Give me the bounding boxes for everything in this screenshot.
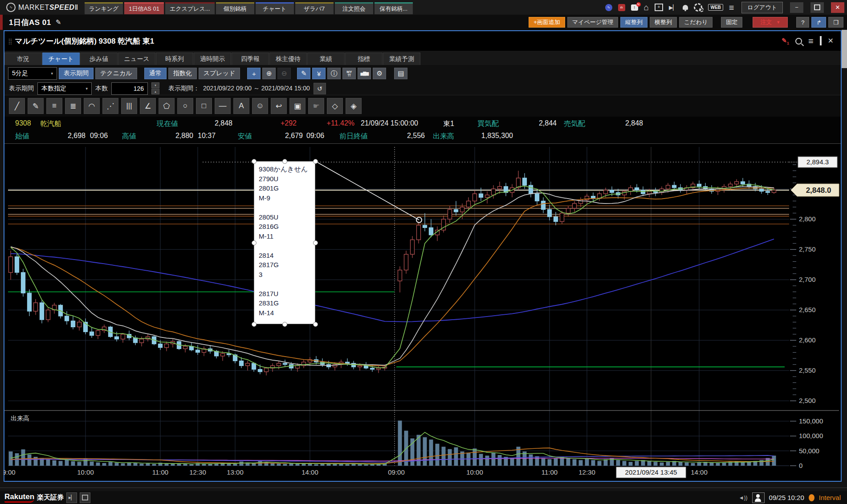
copy-object-tool[interactable]: ▣ [289, 98, 305, 114]
close-button[interactable]: ✕ [831, 2, 844, 13]
layout-panel-button[interactable] [80, 492, 90, 503]
header-button-+画面追加[interactable]: +画面追加 [529, 17, 565, 28]
speaker-icon[interactable]: ◄)) [739, 495, 748, 501]
user-icon[interactable] [752, 492, 765, 503]
pencil-line-tool[interactable]: ✎ [28, 98, 44, 114]
parallel-lines-3-tool[interactable]: ≡ [46, 98, 62, 114]
next-panel-icon[interactable]: ▶▏ [669, 5, 677, 10]
spread-mode-button[interactable]: スプレッド [199, 68, 240, 79]
draw-pencil-button[interactable]: ✎ [297, 68, 310, 79]
angle-fan-tool[interactable]: ∠ [140, 98, 156, 114]
text-tool[interactable]: A [233, 98, 249, 114]
hand-tool[interactable]: ☛ [308, 98, 324, 114]
ellipse-tool[interactable]: ○ [177, 98, 193, 114]
link-group-icon[interactable]: ✎1 [782, 37, 789, 45]
window-title-bar[interactable]: ⣿ マルチツール(個別銘柄) 9308 乾汽船 東1 ✎1 ≡ ✕ [4, 31, 841, 51]
notification-icon[interactable]: !N [631, 4, 638, 11]
chart-settings-wrench-button[interactable]: ⚙ [373, 68, 386, 79]
minimize-button[interactable]: − [790, 2, 803, 13]
eraser-all-tool[interactable]: ◈ [346, 98, 362, 114]
tab-時系列[interactable]: 時系列 [156, 53, 193, 65]
display-period-button[interactable]: 表示期間 [59, 68, 94, 79]
top-tab-1日信AS 01[interactable]: 1日信AS 01 [124, 2, 164, 14]
settings-gear-icon[interactable] [694, 3, 702, 12]
tab-歩み値[interactable]: 歩み値 [80, 53, 118, 65]
web-icon[interactable]: WEB [708, 4, 723, 11]
tab-指標[interactable]: 指標 [345, 53, 383, 65]
arrow-tool[interactable]: ↩ [271, 98, 287, 114]
yen-scale-button[interactable]: ¥ [312, 68, 326, 79]
tab-チャート[interactable]: チャート [42, 53, 80, 65]
header-button-マイページ管理[interactable]: マイページ管理 [567, 17, 618, 28]
trendline-tool[interactable]: ╱ [9, 98, 25, 114]
tab-ニュース[interactable]: ニュース [118, 53, 155, 65]
horizontal-line-tool[interactable]: — [215, 98, 231, 114]
parallel-lines-4-tool[interactable]: ≣ [65, 98, 81, 114]
add-window-icon[interactable]: + [655, 4, 663, 11]
tab-株主優待[interactable]: 株主優待 [269, 53, 307, 65]
tab-四季報[interactable]: 四季報 [232, 53, 269, 65]
tab-業績[interactable]: 業績 [307, 53, 345, 65]
crosshair-plus-button[interactable]: + [247, 68, 261, 79]
hamburger-menu-icon[interactable]: ≡ [729, 3, 734, 12]
annotation-note[interactable]: 9308かんきせん2790U2801GM-9 2805U2816GM-11 28… [254, 161, 315, 324]
window-restore-icon[interactable] [820, 37, 822, 45]
my-chart-button[interactable]: MY⫯⫯ [342, 68, 356, 79]
tab-市況[interactable]: 市況 [4, 53, 42, 65]
drag-grip-icon[interactable]: ⣿ [8, 38, 12, 45]
header-button-縦整列[interactable]: 縦整列 [620, 17, 647, 28]
top-tab-ザラバ7[interactable]: ザラバ7 [295, 2, 334, 14]
home-icon[interactable]: ⌂ [644, 3, 649, 12]
expand-panel-button[interactable]: ▸▏ [66, 492, 77, 503]
bell-icon[interactable] [683, 5, 688, 10]
header-button-横整列[interactable]: 横整列 [650, 17, 677, 28]
bar-count-input[interactable]: 126 [111, 82, 148, 95]
window-tile-button[interactable]: ❒ [828, 17, 843, 28]
period-mode-select[interactable]: 本数指定▾ [37, 82, 92, 95]
reset-period-button[interactable]: ↺ [314, 83, 326, 94]
header-button-?[interactable]: ? [796, 17, 809, 28]
header-button-こだわり[interactable]: こだわり [679, 17, 713, 28]
top-tab-ランキング[interactable]: ランキング [85, 2, 123, 14]
indexed-mode-button[interactable]: 指数化 [168, 68, 197, 79]
top-tab-個別銘柄[interactable]: 個別銘柄 [216, 2, 254, 14]
rectangle-tool[interactable]: □ [196, 98, 212, 114]
annotation-resize-handle[interactable] [313, 240, 318, 245]
chart-app-icon[interactable]: ∿ [605, 4, 612, 11]
top-tab-注文照会[interactable]: 注文照会 [335, 2, 373, 14]
link-jump-button[interactable]: ↱ [811, 17, 826, 28]
zoom-out-button[interactable]: ⊖ [277, 68, 291, 79]
annotation-resize-handle[interactable] [252, 322, 257, 327]
vertical-lines-tool[interactable]: ||| [121, 98, 137, 114]
window-menu-icon[interactable]: ≡ [808, 37, 814, 45]
pentagon-tool[interactable]: ⬠ [159, 98, 175, 114]
maximize-button[interactable] [810, 2, 824, 13]
icon-stamp-tool[interactable]: ☺ [252, 98, 268, 114]
technical-button[interactable]: テクニカル [95, 68, 137, 79]
normal-mode-button[interactable]: 通常 [144, 68, 167, 79]
window-close-icon[interactable]: ✕ [828, 37, 834, 45]
market-app-icon[interactable]: ılı [618, 4, 625, 11]
fan-lines-tool[interactable]: ⋰ [102, 98, 118, 114]
mountain-chart-button[interactable]: ▅▇▆ [358, 68, 371, 79]
candlestick-chart[interactable]: 2,8002,7502,7002,6502,6002,5502,500150,0… [4, 143, 843, 481]
tab-適時開示[interactable]: 適時開示 [194, 53, 231, 65]
edit-pencil-icon[interactable]: ✎ [56, 18, 61, 26]
logout-button[interactable]: ログアウト [741, 2, 783, 13]
annotation-resize-handle[interactable] [313, 322, 318, 327]
search-icon[interactable] [795, 38, 802, 45]
fibonacci-arc-tool[interactable]: ◠ [84, 98, 100, 114]
annotation-resize-handle[interactable] [313, 159, 318, 164]
print-button[interactable]: ▤ [394, 68, 407, 79]
top-tab-保有銘柄...[interactable]: 保有銘柄... [375, 2, 413, 14]
bar-count-spinner[interactable]: ▾▴ [151, 82, 159, 94]
header-button-注文[interactable]: 注文▼ [753, 17, 788, 28]
annotation-resize-handle[interactable] [252, 240, 257, 245]
top-tab-エクスプレス...[interactable]: エクスプレス... [165, 2, 215, 14]
tab-業績予測[interactable]: 業績予測 [383, 53, 420, 65]
annotation-resize-handle[interactable] [282, 159, 287, 164]
zoom-in-button[interactable]: ⊕ [262, 68, 276, 79]
annotation-resize-handle[interactable] [282, 322, 287, 327]
header-button-固定[interactable]: 固定 [721, 17, 742, 28]
annotation-resize-handle[interactable] [252, 159, 257, 164]
